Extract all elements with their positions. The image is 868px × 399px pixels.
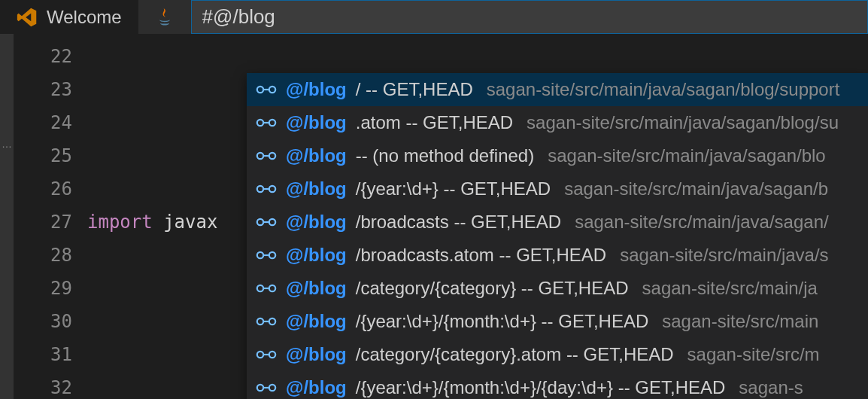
line-number: 30 (14, 305, 72, 338)
result-path: sagan-s (739, 377, 803, 398)
activity-indicator: … (2, 138, 12, 150)
tab-welcome[interactable]: Welcome (0, 0, 138, 34)
svg-point-24 (257, 352, 263, 358)
keyword: import (87, 206, 153, 239)
symbol-icon (256, 248, 277, 262)
result-path: sagan-site/src/main/java/s (620, 245, 828, 266)
result-rest: / -- GET,HEAD (356, 79, 473, 100)
svg-point-3 (257, 120, 263, 126)
results-list: @/blog/ -- GET,HEADsagan-site/src/main/j… (247, 73, 868, 399)
result-path: sagan-site/src/main/java/sagan/blog/su (527, 112, 839, 133)
svg-point-25 (269, 352, 275, 358)
result-item[interactable]: @/blog.atom -- GET,HEADsagan-site/src/ma… (247, 106, 868, 139)
result-item[interactable]: @/blog/broadcasts -- GET,HEADsagan-site/… (247, 206, 868, 239)
symbol-icon (256, 381, 277, 394)
tab-welcome-label: Welcome (47, 7, 122, 28)
result-match: @/blog (286, 344, 347, 365)
line-number: 23 (14, 73, 72, 106)
svg-point-10 (269, 186, 275, 192)
result-item[interactable]: @/blog/broadcasts.atom -- GET,HEADsagan-… (247, 239, 868, 272)
svg-point-7 (269, 153, 275, 159)
gutter: 22 23 24 25 26 27 28 29 30 31 32 33 34 (14, 34, 87, 399)
command-results-dropdown: @/blog/ -- GET,HEADsagan-site/src/main/j… (247, 73, 868, 399)
result-item[interactable]: @/blog/ -- GET,HEADsagan-site/src/main/j… (247, 73, 868, 106)
svg-point-19 (269, 285, 275, 291)
result-item[interactable]: @/blog/{year:\d+}/{month:\d+} -- GET,HEA… (247, 305, 868, 338)
line-number: 27 (14, 206, 72, 239)
symbol-icon (256, 215, 277, 229)
result-item[interactable]: @/blog/category/{category} -- GET,HEADsa… (247, 272, 868, 305)
result-path: sagan-site/src/main/java/sagan/b (564, 178, 828, 200)
symbol-icon (256, 149, 277, 163)
tab-java[interactable] (138, 0, 191, 34)
result-rest: .atom -- GET,HEAD (356, 112, 513, 133)
svg-point-28 (269, 385, 275, 391)
line-number: 28 (14, 239, 72, 272)
symbol-icon (256, 348, 277, 361)
result-path: sagan-site/src/main/java/sagan/blog/supp… (487, 79, 840, 100)
result-match: @/blog (286, 178, 347, 200)
result-rest: -- (no method defined) (356, 145, 534, 166)
result-match: @/blog (286, 377, 347, 398)
result-rest: /{year:\d+}/{month:\d+}/{day:\d+} -- GET… (356, 377, 726, 398)
svg-point-1 (269, 87, 275, 93)
svg-point-18 (257, 285, 263, 291)
svg-point-4 (269, 120, 275, 126)
line-number: 29 (14, 272, 72, 305)
search-input[interactable] (192, 1, 867, 33)
result-match: @/blog (286, 79, 347, 100)
result-match: @/blog (286, 212, 347, 233)
line-number: 32 (14, 371, 72, 399)
line-number: 31 (14, 338, 72, 371)
vscode-icon (17, 7, 38, 28)
java-icon (156, 7, 173, 28)
svg-point-6 (257, 153, 263, 159)
result-rest: /{year:\d+} -- GET,HEAD (356, 178, 551, 200)
symbol-icon (256, 282, 277, 295)
result-match: @/blog (286, 245, 347, 266)
result-rest: /{year:\d+}/{month:\d+} -- GET,HEAD (356, 311, 649, 332)
svg-point-27 (257, 385, 263, 391)
line-number: 25 (14, 139, 72, 172)
svg-point-22 (269, 318, 275, 324)
activity-bar: … (0, 34, 14, 399)
result-match: @/blog (286, 145, 347, 166)
result-path: sagan-site/src/main (662, 311, 818, 332)
result-item[interactable]: @/blog/{year:\d+}/{month:\d+}/{day:\d+} … (247, 371, 868, 399)
symbol-icon (256, 83, 277, 96)
result-match: @/blog (286, 278, 347, 299)
code-text: javax (153, 206, 218, 239)
result-match: @/blog (286, 311, 347, 332)
svg-point-15 (257, 252, 263, 258)
result-match: @/blog (286, 112, 347, 133)
result-path: sagan-site/src/main/java/sagan/blo (548, 145, 826, 166)
result-item[interactable]: @/blog/category/{category}.atom -- GET,H… (247, 338, 868, 371)
line-number: 22 (14, 40, 72, 73)
svg-point-21 (257, 318, 263, 324)
svg-point-9 (257, 186, 263, 192)
tabs-bar: Welcome (0, 0, 868, 34)
result-item[interactable]: @/blog -- (no method defined)sagan-site/… (247, 139, 868, 172)
result-rest: /category/{category} -- GET,HEAD (356, 278, 629, 299)
result-path: sagan-site/src/m (687, 344, 820, 365)
result-path: sagan-site/src/main/ja (642, 278, 818, 299)
main-area: … 22 23 24 25 26 27 28 29 30 31 32 33 34… (0, 34, 868, 399)
result-rest: /broadcasts -- GET,HEAD (356, 212, 561, 233)
result-path: sagan-site/src/main/java/sagan/ (575, 212, 829, 233)
code-body: import javax /** * The entry * <p> * Mai… (87, 34, 223, 399)
result-rest: /category/{category}.atom -- GET,HEAD (356, 344, 674, 365)
symbol-icon (256, 116, 277, 129)
command-palette[interactable] (191, 0, 868, 34)
symbol-icon (256, 315, 277, 328)
result-item[interactable]: @/blog/{year:\d+} -- GET,HEADsagan-site/… (247, 172, 868, 206)
result-rest: /broadcasts.atom -- GET,HEAD (356, 245, 606, 266)
line-number: 26 (14, 172, 72, 206)
line-number: 24 (14, 106, 72, 139)
svg-point-12 (257, 219, 263, 225)
symbol-icon (256, 182, 277, 196)
svg-point-16 (269, 252, 275, 258)
svg-point-0 (257, 87, 263, 93)
svg-point-13 (269, 219, 275, 225)
